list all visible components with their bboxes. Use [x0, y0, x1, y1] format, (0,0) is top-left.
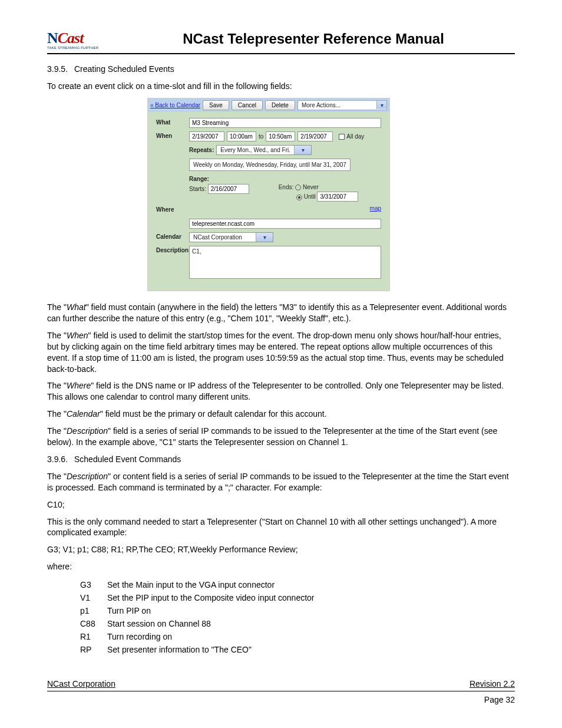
allday-checkbox[interactable] [339, 134, 345, 140]
back-link[interactable]: « Back to Calendar [150, 102, 200, 108]
calendar-select[interactable]: NCast Corporation ▾ [189, 232, 273, 242]
table-row: V1Set the PIP input to the Composite vid… [80, 591, 318, 604]
cmd-code: RP [80, 643, 107, 656]
chevron-down-icon: ▾ [256, 233, 273, 242]
what-label: What [156, 118, 189, 126]
example-1: C10; [47, 499, 515, 510]
recurrence-summary: Weekly on Monday, Wednesday, Friday, unt… [189, 159, 351, 171]
logo-cast: Cast [58, 29, 84, 47]
description-paragraph: The "Description" field is a series of s… [47, 426, 515, 448]
calendar-paragraph: The "Calendar" field must be the primary… [47, 409, 515, 420]
cmd-code: G3 [80, 578, 107, 591]
what-paragraph: The "What" field must contain (anywhere … [47, 302, 515, 324]
header-rule [47, 53, 515, 54]
ends-never-radio[interactable] [295, 185, 301, 190]
event-form-screenshot: « Back to Calendar Save Cancel Delete Mo… [147, 98, 390, 291]
section-num: 3.9.6. [47, 454, 74, 465]
where-label-text: where: [47, 561, 515, 572]
range-start-input[interactable] [208, 184, 249, 194]
save-button[interactable]: Save [203, 100, 229, 110]
cmd-desc: Set presenter information to "The CEO" [107, 643, 318, 656]
cmd-code: R1 [80, 630, 107, 643]
form-toolbar: « Back to Calendar Save Cancel Delete Mo… [148, 98, 389, 112]
intro-text: To create an event click on a time-slot … [47, 81, 515, 92]
map-link[interactable]: map [370, 205, 381, 212]
chevron-down-icon: ▾ [376, 101, 386, 109]
end-time-input[interactable] [266, 131, 295, 141]
where-input[interactable] [189, 219, 381, 229]
example-2: G3; V1; p1; C88; R1; RP,The CEO; RT,Week… [47, 544, 515, 555]
repeats-value: Every Mon., Wed., and Fri. [217, 146, 294, 154]
section-395: 3.9.5.Creating Scheduled Events [47, 64, 515, 75]
table-row: p1Turn PIP on [80, 604, 318, 617]
where-paragraph: The "Where" field is the DNS name or IP … [47, 380, 515, 403]
para-3: This is the only command needed to start… [47, 516, 515, 539]
content: 3.9.5.Creating Scheduled Events To creat… [47, 64, 515, 656]
range-section: Range: Starts: Ends: Never [189, 176, 381, 202]
more-actions-select[interactable]: More Actions... ▾ [297, 100, 387, 110]
cmd-desc: Turn PIP on [107, 604, 318, 617]
page-footer: NCast Corporation Revision 2.2 Page 32 [47, 679, 515, 704]
cmd-desc: Set the PIP input to the Composite video… [107, 591, 318, 604]
footer-left: NCast Corporation [47, 679, 115, 689]
table-row: G3Set the Main input to the VGA input co… [80, 578, 318, 591]
cmd-desc: Set the Main input to the VGA input conn… [107, 578, 318, 591]
starts-label: Starts: [189, 186, 206, 192]
until-label: Until [304, 193, 316, 200]
when-label: When [156, 131, 189, 139]
repeats-label: Repeats: [189, 147, 214, 153]
cmd-desc: Turn recording on [107, 630, 318, 643]
start-time-input[interactable] [227, 131, 256, 141]
more-actions-label: More Actions... [298, 101, 376, 110]
table-row: R1Turn recording on [80, 630, 318, 643]
cmd-desc: Start session on Channel 88 [107, 617, 318, 630]
page-header: NCast TAKE STREAMING FURTHER NCast Telep… [47, 29, 515, 50]
when-paragraph: The "When" field is used to delimit the … [47, 330, 515, 375]
delete-button[interactable]: Delete [265, 100, 295, 110]
description-label: Description [156, 246, 189, 253]
start-date-input[interactable] [189, 131, 224, 141]
where-label: Where [156, 205, 189, 213]
table-row: C88Start session on Channel 88 [80, 617, 318, 630]
section-title: Creating Scheduled Events [74, 64, 174, 74]
range-label: Range: [189, 176, 209, 182]
section-num: 3.9.5. [47, 64, 74, 75]
cancel-button[interactable]: Cancel [232, 100, 263, 110]
what-input[interactable] [189, 118, 381, 128]
footer-page: Page 32 [47, 695, 515, 704]
ends-label: Ends: [279, 184, 294, 190]
logo-tagline: TAKE STREAMING FURTHER [47, 46, 112, 50]
logo-n: N [47, 29, 58, 47]
calendar-label: Calendar [156, 232, 189, 240]
description-input[interactable]: C1, [189, 246, 381, 279]
calendar-value: NCast Corporation [190, 233, 256, 242]
chevron-down-icon: ▾ [294, 146, 311, 154]
repeats-select[interactable]: Every Mon., Wed., and Fri. ▾ [216, 145, 312, 155]
page-title: NCast Telepresenter Reference Manual [112, 31, 515, 50]
footer-rule [47, 691, 515, 691]
cmd-code: V1 [80, 591, 107, 604]
section-396: 3.9.6.Scheduled Event Commands [47, 454, 515, 465]
table-row: RPSet presenter information to "The CEO" [80, 643, 318, 656]
to-label: to [259, 133, 263, 140]
cmd-code: p1 [80, 604, 107, 617]
cmd-code: C88 [80, 617, 107, 630]
section-title: Scheduled Event Commands [74, 454, 181, 464]
end-date-input[interactable] [297, 131, 333, 141]
command-table: G3Set the Main input to the VGA input co… [80, 578, 318, 656]
desc-commands-paragraph: The "Description" or content field is a … [47, 471, 515, 493]
allday-label: All day [346, 133, 364, 140]
ends-until-radio[interactable] [296, 195, 302, 200]
footer-right: Revision 2.2 [470, 679, 515, 689]
range-until-input[interactable] [317, 192, 358, 202]
never-label: Never [303, 184, 319, 190]
logo: NCast TAKE STREAMING FURTHER [47, 29, 112, 50]
